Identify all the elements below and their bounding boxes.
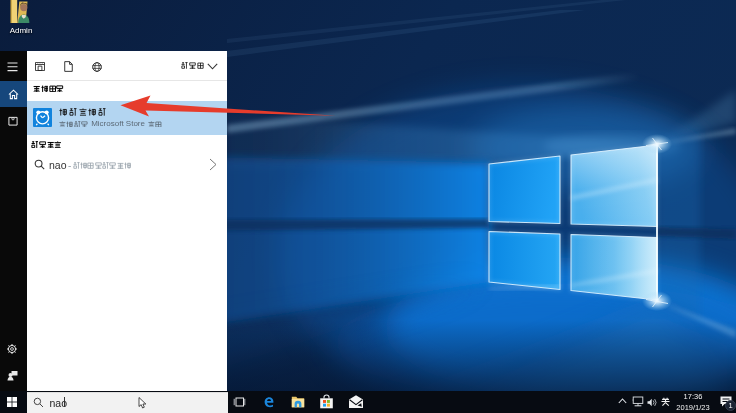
svg-text:1: 1 <box>728 401 732 410</box>
